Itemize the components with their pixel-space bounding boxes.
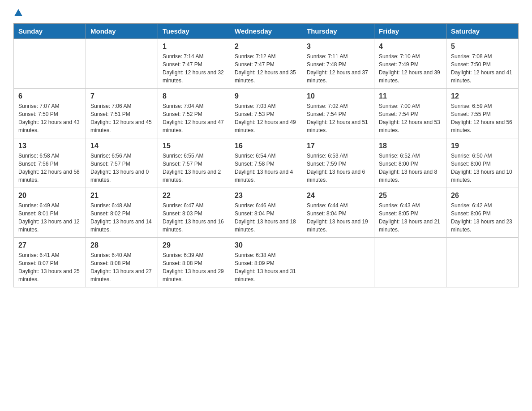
weekday-header-tuesday: Tuesday: [158, 24, 230, 39]
calendar-week-2: 6Sunrise: 7:07 AMSunset: 7:50 PMDaylight…: [14, 89, 519, 138]
weekday-header-sunday: Sunday: [14, 24, 86, 39]
logo-line1: [13, 9, 22, 16]
calendar-cell: 11Sunrise: 7:00 AMSunset: 7:54 PMDayligh…: [374, 89, 446, 138]
day-number: 25: [379, 192, 442, 200]
day-number: 17: [307, 142, 369, 150]
calendar-cell: 10Sunrise: 7:02 AMSunset: 7:54 PMDayligh…: [302, 89, 374, 138]
day-number: 19: [451, 142, 514, 150]
weekday-header-saturday: Saturday: [446, 24, 519, 39]
calendar-cell: 1Sunrise: 7:14 AMSunset: 7:47 PMDaylight…: [158, 39, 230, 89]
calendar-cell: 29Sunrise: 6:39 AMSunset: 8:08 PMDayligh…: [158, 238, 230, 287]
day-info: Sunrise: 7:04 AMSunset: 7:52 PMDaylight:…: [163, 102, 225, 134]
day-number: 2: [235, 43, 297, 51]
day-info: Sunrise: 6:54 AMSunset: 7:58 PMDaylight:…: [235, 152, 297, 184]
day-info: Sunrise: 6:47 AMSunset: 8:03 PMDaylight:…: [163, 201, 225, 234]
calendar-header: SundayMondayTuesdayWednesdayThursdayFrid…: [14, 24, 519, 39]
day-number: 20: [18, 192, 81, 200]
day-number: 24: [307, 192, 369, 200]
day-number: 7: [90, 92, 153, 100]
day-number: 5: [451, 43, 514, 51]
day-info: Sunrise: 6:44 AMSunset: 8:04 PMDaylight:…: [307, 201, 369, 234]
day-number: 12: [451, 92, 514, 100]
calendar-cell: [14, 39, 86, 89]
day-info: Sunrise: 7:07 AMSunset: 7:50 PMDaylight:…: [18, 102, 81, 134]
calendar-week-4: 20Sunrise: 6:49 AMSunset: 8:01 PMDayligh…: [14, 188, 519, 238]
calendar-cell: 20Sunrise: 6:49 AMSunset: 8:01 PMDayligh…: [14, 188, 86, 238]
day-number: 27: [18, 241, 81, 249]
day-info: Sunrise: 7:02 AMSunset: 7:54 PMDaylight:…: [307, 102, 369, 134]
day-info: Sunrise: 6:39 AMSunset: 8:08 PMDaylight:…: [163, 251, 225, 283]
calendar-cell: 6Sunrise: 7:07 AMSunset: 7:50 PMDaylight…: [14, 89, 86, 138]
weekday-row: SundayMondayTuesdayWednesdayThursdayFrid…: [14, 24, 519, 39]
day-info: Sunrise: 7:12 AMSunset: 7:47 PMDaylight:…: [235, 52, 297, 85]
calendar-cell: 12Sunrise: 6:59 AMSunset: 7:55 PMDayligh…: [446, 89, 519, 138]
calendar-cell: [374, 238, 446, 287]
logo-block: [13, 9, 22, 16]
calendar-cell: 7Sunrise: 7:06 AMSunset: 7:51 PMDaylight…: [86, 89, 158, 138]
weekday-header-thursday: Thursday: [302, 24, 374, 39]
day-number: 11: [379, 92, 442, 100]
calendar-week-3: 13Sunrise: 6:58 AMSunset: 7:56 PMDayligh…: [14, 138, 519, 188]
day-number: 1: [163, 43, 225, 51]
day-number: 13: [18, 142, 81, 150]
day-number: 16: [235, 142, 297, 150]
day-number: 9: [235, 92, 297, 100]
calendar-cell: 8Sunrise: 7:04 AMSunset: 7:52 PMDaylight…: [158, 89, 230, 138]
day-number: 23: [235, 192, 297, 200]
day-number: 21: [90, 192, 153, 200]
calendar-cell: [446, 238, 519, 287]
day-info: Sunrise: 6:41 AMSunset: 8:07 PMDaylight:…: [18, 251, 81, 283]
weekday-header-wednesday: Wednesday: [230, 24, 302, 39]
day-number: 10: [307, 92, 369, 100]
calendar-cell: 5Sunrise: 7:08 AMSunset: 7:50 PMDaylight…: [446, 39, 519, 89]
day-info: Sunrise: 7:03 AMSunset: 7:53 PMDaylight:…: [235, 102, 297, 134]
day-number: 26: [451, 192, 514, 200]
page-header: [13, 9, 519, 16]
day-number: 18: [379, 142, 442, 150]
day-number: 4: [379, 43, 442, 51]
calendar-cell: 24Sunrise: 6:44 AMSunset: 8:04 PMDayligh…: [302, 188, 374, 238]
logo: [13, 9, 22, 16]
day-number: 22: [163, 192, 225, 200]
calendar-cell: 19Sunrise: 6:50 AMSunset: 8:00 PMDayligh…: [446, 138, 519, 188]
day-number: 3: [307, 43, 369, 51]
day-number: 29: [163, 241, 225, 249]
day-number: 8: [163, 92, 225, 100]
calendar-cell: 22Sunrise: 6:47 AMSunset: 8:03 PMDayligh…: [158, 188, 230, 238]
calendar-cell: 3Sunrise: 7:11 AMSunset: 7:48 PMDaylight…: [302, 39, 374, 89]
day-number: 28: [90, 241, 153, 249]
day-info: Sunrise: 7:11 AMSunset: 7:48 PMDaylight:…: [307, 52, 369, 85]
calendar-cell: 25Sunrise: 6:43 AMSunset: 8:05 PMDayligh…: [374, 188, 446, 238]
weekday-header-monday: Monday: [86, 24, 158, 39]
day-info: Sunrise: 6:56 AMSunset: 7:57 PMDaylight:…: [90, 152, 153, 184]
day-info: Sunrise: 7:08 AMSunset: 7:50 PMDaylight:…: [451, 52, 514, 85]
calendar-body: 1Sunrise: 7:14 AMSunset: 7:47 PMDaylight…: [14, 39, 519, 287]
day-info: Sunrise: 6:49 AMSunset: 8:01 PMDaylight:…: [18, 201, 81, 234]
day-info: Sunrise: 6:38 AMSunset: 8:09 PMDaylight:…: [235, 251, 297, 283]
day-info: Sunrise: 6:50 AMSunset: 8:00 PMDaylight:…: [451, 152, 514, 184]
day-number: 6: [18, 92, 81, 100]
day-number: 14: [90, 142, 153, 150]
calendar-cell: [302, 238, 374, 287]
calendar-cell: 27Sunrise: 6:41 AMSunset: 8:07 PMDayligh…: [14, 238, 86, 287]
day-info: Sunrise: 6:55 AMSunset: 7:57 PMDaylight:…: [163, 152, 225, 184]
calendar-cell: 4Sunrise: 7:10 AMSunset: 7:49 PMDaylight…: [374, 39, 446, 89]
calendar-week-5: 27Sunrise: 6:41 AMSunset: 8:07 PMDayligh…: [14, 238, 519, 287]
day-info: Sunrise: 6:59 AMSunset: 7:55 PMDaylight:…: [451, 102, 514, 134]
day-info: Sunrise: 6:43 AMSunset: 8:05 PMDaylight:…: [379, 201, 442, 234]
calendar-cell: [86, 39, 158, 89]
day-info: Sunrise: 7:00 AMSunset: 7:54 PMDaylight:…: [379, 102, 442, 134]
calendar-cell: 2Sunrise: 7:12 AMSunset: 7:47 PMDaylight…: [230, 39, 302, 89]
day-number: 15: [163, 142, 225, 150]
day-number: 30: [235, 241, 297, 249]
day-info: Sunrise: 6:40 AMSunset: 8:08 PMDaylight:…: [90, 251, 153, 283]
calendar-cell: 15Sunrise: 6:55 AMSunset: 7:57 PMDayligh…: [158, 138, 230, 188]
day-info: Sunrise: 7:14 AMSunset: 7:47 PMDaylight:…: [163, 52, 225, 85]
weekday-header-friday: Friday: [374, 24, 446, 39]
calendar-cell: 30Sunrise: 6:38 AMSunset: 8:09 PMDayligh…: [230, 238, 302, 287]
calendar-cell: 21Sunrise: 6:48 AMSunset: 8:02 PMDayligh…: [86, 188, 158, 238]
day-info: Sunrise: 6:48 AMSunset: 8:02 PMDaylight:…: [90, 201, 153, 234]
day-info: Sunrise: 7:10 AMSunset: 7:49 PMDaylight:…: [379, 52, 442, 85]
calendar-cell: 28Sunrise: 6:40 AMSunset: 8:08 PMDayligh…: [86, 238, 158, 287]
day-info: Sunrise: 6:42 AMSunset: 8:06 PMDaylight:…: [451, 201, 514, 234]
